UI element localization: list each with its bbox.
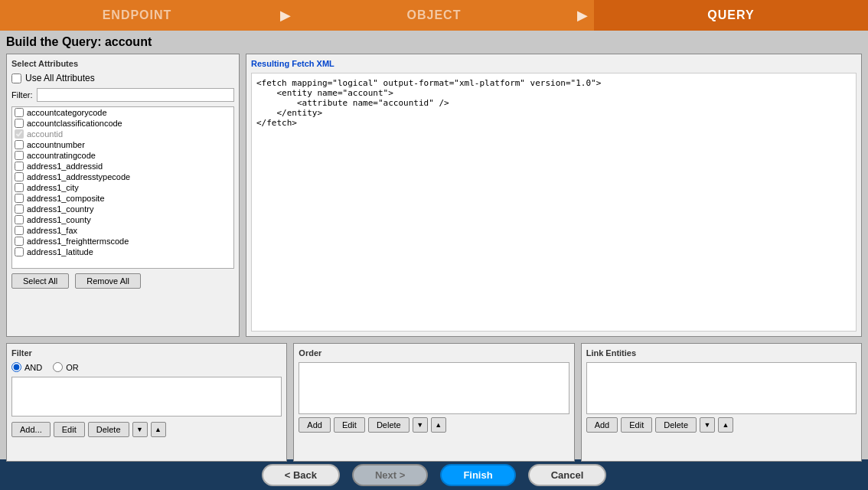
attr-name: address1_composite — [27, 194, 105, 203]
query-label: QUERY — [707, 8, 754, 22]
fetch-xml-title: Resulting Fetch XML — [251, 59, 857, 68]
top-panels: Select Attributes Use All Attributes Fil… — [6, 54, 862, 337]
order-edit-button[interactable]: Edit — [334, 417, 365, 433]
list-item[interactable]: address1_composite — [12, 193, 233, 204]
attr-checkbox[interactable] — [15, 162, 24, 171]
bottom-bar: < Back Next > Finish Cancel — [0, 459, 868, 490]
filter-add-button[interactable]: Add... — [11, 422, 51, 437]
attr-checkbox[interactable] — [15, 140, 24, 149]
order-down-arrow[interactable]: ▼ — [413, 417, 428, 433]
filter-up-arrow[interactable]: ▲ — [151, 422, 166, 437]
attr-checkbox[interactable] — [15, 194, 24, 203]
filter-input[interactable] — [37, 88, 235, 102]
link-entities-list — [586, 362, 857, 414]
list-item[interactable]: address1_county — [12, 214, 233, 225]
finish-button[interactable]: Finish — [440, 464, 515, 486]
list-item[interactable]: address1_fax — [12, 225, 233, 236]
link-delete-button[interactable]: Delete — [655, 417, 697, 433]
attr-name: accountclassificationcode — [27, 119, 122, 128]
order-panel-title: Order — [299, 348, 569, 358]
nav-arrow-2: ▶ — [571, 7, 594, 24]
list-item[interactable]: accountclassificationcode — [12, 118, 233, 129]
list-item[interactable]: accountid — [12, 129, 233, 139]
filter-panel: Filter AND OR Add... Edit Delete ▼ ▲ — [6, 343, 287, 462]
list-item[interactable]: address1_addresstypecode — [12, 172, 233, 182]
list-item[interactable]: accountratingcode — [12, 150, 233, 161]
cancel-button[interactable]: Cancel — [528, 464, 607, 486]
fetch-xml-panel: Resulting Fetch XML <fetch mapping="logi… — [246, 54, 862, 337]
and-radio[interactable] — [11, 362, 21, 372]
select-attributes-panel: Select Attributes Use All Attributes Fil… — [6, 54, 240, 337]
filter-textarea[interactable] — [11, 377, 282, 416]
attr-name: address1_fax — [27, 226, 77, 235]
order-action-bar: Add Edit Delete ▼ ▲ — [299, 417, 569, 433]
attr-checkbox[interactable] — [15, 151, 24, 160]
back-button[interactable]: < Back — [262, 464, 340, 486]
list-item[interactable]: address1_latitude — [12, 247, 233, 257]
and-label: AND — [24, 363, 42, 372]
select-all-button[interactable]: Select All — [11, 273, 69, 289]
attr-name: accountid — [27, 129, 63, 139]
top-nav: ENDPOINT ▶ OBJECT ▶ QUERY — [0, 0, 868, 31]
filter-delete-button[interactable]: Delete — [88, 422, 129, 437]
attr-checkbox[interactable] — [15, 215, 24, 224]
attr-name: address1_city — [27, 183, 79, 192]
select-attributes-title: Select Attributes — [11, 59, 234, 68]
page-title: Build the Query: account — [6, 35, 862, 49]
order-delete-button[interactable]: Delete — [368, 417, 410, 433]
filter-radios: AND OR — [11, 362, 282, 372]
attr-name: accountcategorycode — [27, 108, 107, 117]
filter-edit-button[interactable]: Edit — [54, 422, 85, 437]
or-radio[interactable] — [53, 362, 63, 372]
attr-list-container: accountcategorycode accountclassificatio… — [11, 106, 234, 269]
order-add-button[interactable]: Add — [299, 417, 331, 433]
or-radio-label[interactable]: OR — [53, 362, 79, 372]
attr-checkbox[interactable] — [15, 183, 24, 192]
order-list-area — [299, 362, 569, 414]
attr-name: address1_country — [27, 204, 93, 214]
list-item[interactable]: address1_freighttermscode — [12, 236, 233, 247]
attr-checkbox[interactable] — [15, 226, 24, 235]
link-down-arrow[interactable]: ▼ — [700, 417, 715, 433]
attr-name: address1_latitude — [27, 247, 93, 256]
list-item[interactable]: address1_city — [12, 182, 233, 193]
attr-checkbox[interactable] — [15, 119, 24, 128]
nav-arrow-1: ▶ — [274, 7, 297, 24]
attr-checkbox[interactable] — [15, 204, 24, 214]
link-edit-button[interactable]: Edit — [621, 417, 652, 433]
nav-step-object[interactable]: OBJECT — [297, 0, 571, 31]
nav-step-query[interactable]: QUERY — [594, 0, 868, 31]
nav-step-endpoint[interactable]: ENDPOINT — [0, 0, 274, 31]
remove-all-button[interactable]: Remove All — [75, 273, 141, 289]
link-add-button[interactable]: Add — [586, 417, 618, 433]
or-label: OR — [66, 363, 79, 372]
list-item[interactable]: address1_addressid — [12, 161, 233, 172]
use-all-checkbox[interactable] — [11, 74, 21, 83]
list-item[interactable]: accountnumber — [12, 139, 233, 150]
order-up-arrow[interactable]: ▲ — [431, 417, 446, 433]
and-radio-label[interactable]: AND — [11, 362, 42, 372]
attr-checkbox[interactable] — [15, 247, 24, 256]
filter-action-bar: Add... Edit Delete ▼ ▲ — [11, 422, 282, 437]
link-up-arrow[interactable]: ▲ — [718, 417, 733, 433]
attr-name: accountratingcode — [27, 151, 96, 160]
attr-name: address1_addressid — [27, 162, 103, 171]
bottom-panels: Filter AND OR Add... Edit Delete ▼ ▲ — [6, 343, 862, 462]
xml-content: <fetch mapping="logical" output-format="… — [251, 73, 857, 332]
attr-checkbox[interactable] — [15, 172, 24, 181]
filter-down-arrow[interactable]: ▼ — [132, 422, 148, 437]
next-button[interactable]: Next > — [352, 464, 428, 486]
attr-name: address1_addresstypecode — [27, 172, 130, 181]
list-item[interactable]: address1_country — [12, 204, 233, 214]
endpoint-label: ENDPOINT — [103, 8, 172, 22]
use-all-label: Use All Attributes — [25, 73, 95, 83]
attr-name: address1_county — [27, 215, 91, 224]
attr-name: address1_freighttermscode — [27, 237, 129, 246]
attr-checkbox[interactable] — [15, 129, 24, 139]
filter-panel-title: Filter — [11, 348, 282, 358]
use-all-row: Use All Attributes — [11, 73, 234, 83]
attr-buttons: Select All Remove All — [11, 273, 234, 289]
attr-checkbox[interactable] — [15, 237, 24, 246]
list-item[interactable]: accountcategorycode — [12, 107, 233, 118]
attr-checkbox[interactable] — [15, 108, 24, 117]
